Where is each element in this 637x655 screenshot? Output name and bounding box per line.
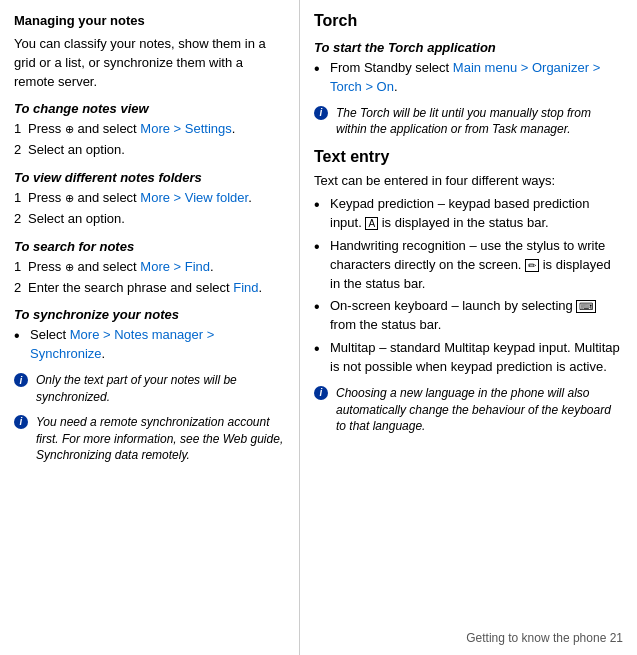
intro-title: Managing your notes xyxy=(14,12,285,31)
info-icon: i xyxy=(14,415,28,429)
note-text-2: You need a remote synchronization accoun… xyxy=(36,414,285,464)
section-view-folders: To view different notes folders 1 Press … xyxy=(14,170,285,229)
info-icon: i xyxy=(314,386,328,400)
info-icon: i xyxy=(314,106,328,120)
text-entry-bullet-keypad: • Keypad prediction – keypad based predi… xyxy=(314,195,623,233)
section-change-notes-view: To change notes view 1 Press ⊕ and selec… xyxy=(14,101,285,160)
text-entry-note-text: Choosing a new language in the phone wil… xyxy=(336,385,623,435)
left-column: Managing your notes You can classify you… xyxy=(0,0,300,655)
text-entry-title: Text entry xyxy=(314,148,623,166)
bullet-dot: • xyxy=(314,339,330,377)
step-search-2: 2 Enter the search phrase and select Fin… xyxy=(14,279,285,298)
highlight-text: More > View folder xyxy=(140,190,248,205)
right-column: Torch To start the Torch application • F… xyxy=(300,0,637,655)
torch-menu-path: Main menu > Organizer > Torch > On xyxy=(330,60,600,94)
menu-icon: ⊕ xyxy=(65,192,74,204)
step-number: 1 xyxy=(14,189,28,208)
torch-title: Torch xyxy=(314,12,623,30)
handwriting-text: Handwriting recognition – use the stylus… xyxy=(330,237,623,294)
onscreen-keyboard-text: On-screen keyboard – launch by selecting… xyxy=(330,297,623,335)
page-container: Managing your notes You can classify you… xyxy=(0,0,637,655)
note-remote-sync: i You need a remote synchronization acco… xyxy=(14,414,285,464)
step-content: Select an option. xyxy=(28,141,285,160)
torch-note-text: The Torch will be lit until you manually… xyxy=(336,105,623,139)
step-search-1: 1 Press ⊕ and select More > Find. xyxy=(14,258,285,277)
bullet-dot: • xyxy=(314,237,330,294)
step-view-2: 2 Select an option. xyxy=(14,210,285,229)
menu-icon: ⊕ xyxy=(65,261,74,273)
step-number: 2 xyxy=(14,279,28,298)
keypad-icon: A xyxy=(365,217,378,230)
keypad-prediction-text: Keypad prediction – keypad based predict… xyxy=(330,195,623,233)
step-content: Press ⊕ and select More > Settings. xyxy=(28,120,285,139)
multitap-text: Multitap – standard Multitap keypad inpu… xyxy=(330,339,623,377)
highlight-text: More > Find xyxy=(140,259,210,274)
highlight-text: More > Settings xyxy=(140,121,231,136)
note-text-1: Only the text part of your notes will be… xyxy=(36,372,285,406)
torch-bullet: • From Standby select Main menu > Organi… xyxy=(314,59,623,97)
footer-text: Getting to know the phone 21 xyxy=(466,631,623,645)
section-sync-notes: To synchronize your notes • Select More … xyxy=(14,307,285,364)
info-icon: i xyxy=(14,373,28,387)
bullet-dot: • xyxy=(14,326,30,364)
note-icon: i xyxy=(314,106,332,120)
step-content: Select an option. xyxy=(28,210,285,229)
step-number: 2 xyxy=(14,141,28,160)
change-notes-view-title: To change notes view xyxy=(14,101,285,116)
note-icon: i xyxy=(14,415,32,429)
note-icon: i xyxy=(14,373,32,387)
step-number: 2 xyxy=(14,210,28,229)
intro-body: You can classify your notes, show them i… xyxy=(14,35,285,92)
torch-bullet-content: From Standby select Main menu > Organize… xyxy=(330,59,623,97)
step-change-1: 1 Press ⊕ and select More > Settings. xyxy=(14,120,285,139)
text-entry-bullet-multitap: • Multitap – standard Multitap keypad in… xyxy=(314,339,623,377)
bullet-dot: • xyxy=(314,195,330,233)
section-search-notes: To search for notes 1 Press ⊕ and select… xyxy=(14,239,285,298)
bullet-dot: • xyxy=(314,297,330,335)
torch-note-block: i The Torch will be lit until you manual… xyxy=(314,105,623,139)
text-entry-bullet-onscreen: • On-screen keyboard – launch by selecti… xyxy=(314,297,623,335)
text-entry-bullet-handwriting: • Handwriting recognition – use the styl… xyxy=(314,237,623,294)
step-content: Press ⊕ and select More > Find. xyxy=(28,258,285,277)
text-entry-section: Text entry Text can be entered in four d… xyxy=(314,148,623,435)
highlight-text: Find xyxy=(233,280,258,295)
page-footer: Getting to know the phone 21 xyxy=(466,631,623,645)
sync-notes-title: To synchronize your notes xyxy=(14,307,285,322)
search-notes-title: To search for notes xyxy=(14,239,285,254)
torch-section: Torch To start the Torch application • F… xyxy=(314,12,623,138)
sync-bullet: • Select More > Notes manager > Synchron… xyxy=(14,326,285,364)
text-entry-intro: Text can be entered in four different wa… xyxy=(314,172,623,191)
view-folders-title: To view different notes folders xyxy=(14,170,285,185)
keyboard-icon: ⌨ xyxy=(576,300,596,313)
step-content: Press ⊕ and select More > View folder. xyxy=(28,189,285,208)
step-change-2: 2 Select an option. xyxy=(14,141,285,160)
menu-icon: ⊕ xyxy=(65,123,74,135)
bullet-content: Select More > Notes manager > Synchroniz… xyxy=(30,326,285,364)
step-number: 1 xyxy=(14,120,28,139)
step-number: 1 xyxy=(14,258,28,277)
torch-subsection-title: To start the Torch application xyxy=(314,40,623,55)
step-view-1: 1 Press ⊕ and select More > View folder. xyxy=(14,189,285,208)
step-content: Enter the search phrase and select Find. xyxy=(28,279,285,298)
note-sync-text: i Only the text part of your notes will … xyxy=(14,372,285,406)
bullet-dot: • xyxy=(314,59,330,97)
notes-manager-link: More > Notes manager > Synchronize xyxy=(30,327,214,361)
text-entry-note-block: i Choosing a new language in the phone w… xyxy=(314,385,623,435)
handwriting-icon: ✏ xyxy=(525,259,539,272)
note-icon: i xyxy=(314,386,332,400)
